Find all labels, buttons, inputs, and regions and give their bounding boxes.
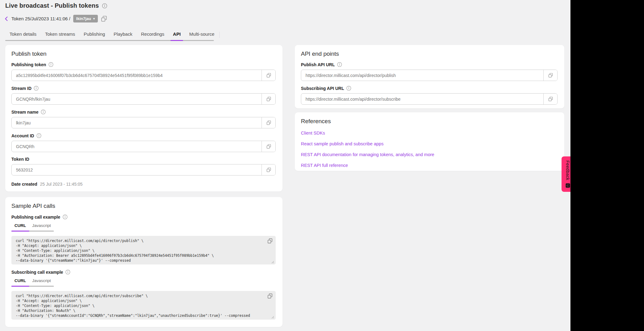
copy-account-id-button[interactable] xyxy=(262,141,275,152)
link-rest-api-documentation[interactable]: REST API documentation for managing toke… xyxy=(301,152,558,157)
stream-name-input[interactable] xyxy=(12,117,262,128)
feedback-smiley-icon xyxy=(566,183,570,188)
copy-token-id-button[interactable] xyxy=(262,164,275,175)
tab-token-streams[interactable]: Token streams xyxy=(41,30,80,41)
token-name-badge-label: lkin7jau xyxy=(76,16,91,21)
subscribing-code-tabs: CURL Javascript xyxy=(11,277,54,287)
copy-publishing-code-button[interactable] xyxy=(267,238,273,244)
account-id-label: Account ID xyxy=(11,133,34,138)
publishing-code-tabs: CURL Javascript xyxy=(11,222,54,232)
breadcrumb: Token 25/Jul/2023 11:41:06 / lkin7jau ▾ xyxy=(4,15,107,22)
tab-javascript[interactable]: Javascript xyxy=(29,222,54,232)
publishing-code-block: curl "https://director.millicast.com/api… xyxy=(11,236,276,264)
tab-recordings[interactable]: Recordings xyxy=(137,30,169,41)
account-id-input[interactable] xyxy=(12,141,262,152)
breadcrumb-label: Token 25/Jul/2023 11:41:06 / xyxy=(11,16,70,21)
stream-name-label: Stream name xyxy=(11,110,38,115)
publish-api-url-field: Publish API URL xyxy=(301,62,558,81)
sample-api-calls-card: Sample API calls Publishing call example… xyxy=(5,197,282,327)
info-icon[interactable] xyxy=(65,269,70,275)
info-icon[interactable] xyxy=(36,133,42,138)
token-id-label: Token ID xyxy=(11,157,29,162)
copy-publish-api-url-button[interactable] xyxy=(544,70,557,81)
copy-stream-name-button[interactable] xyxy=(262,117,275,128)
link-rest-api-full-reference[interactable]: REST API full reference xyxy=(301,163,558,168)
stream-id-label: Stream ID xyxy=(11,86,31,91)
subscribing-code-block: curl "https://director.millicast.com/api… xyxy=(11,291,276,320)
tab-multi-source[interactable]: Multi-source xyxy=(185,30,219,41)
page-header: Live broadcast - Publish tokens xyxy=(5,2,107,9)
account-id-field: Account ID xyxy=(11,133,276,152)
date-created-value: 25 Jul 2023 - 11:45:05 xyxy=(40,182,82,187)
date-created-label: Date created xyxy=(11,182,37,187)
stream-id-input[interactable] xyxy=(12,94,262,104)
token-id-field: Token ID xyxy=(11,157,276,176)
subscribing-api-url-label: Subscribing API URL xyxy=(301,86,344,91)
publishing-call-section: Publishing call example CURL Javascript … xyxy=(11,214,276,264)
date-created-row: Date created 25 Jul 2023 - 11:45:05 xyxy=(11,182,276,187)
copy-stream-id-button[interactable] xyxy=(262,94,275,104)
tab-api[interactable]: API xyxy=(169,30,185,41)
tab-bar: Token details Token streams Publishing P… xyxy=(5,30,220,40)
chevron-down-icon: ▾ xyxy=(93,17,95,20)
token-name-badge[interactable]: lkin7jau ▾ xyxy=(73,15,98,22)
page: Live broadcast - Publish tokens Token 25… xyxy=(0,0,644,331)
info-icon[interactable] xyxy=(62,214,68,220)
publishing-call-label: Publishing call example xyxy=(11,215,60,220)
publish-api-url-input[interactable] xyxy=(301,70,543,81)
tab-divider xyxy=(219,32,220,38)
sample-api-calls-title: Sample API calls xyxy=(11,203,276,209)
tab-javascript[interactable]: Javascript xyxy=(29,277,54,287)
tab-playback[interactable]: Playback xyxy=(109,30,137,41)
back-chevron-icon[interactable] xyxy=(4,16,9,22)
info-icon[interactable] xyxy=(48,62,54,67)
tab-curl[interactable]: CURL xyxy=(11,277,29,287)
subscribing-api-url-input[interactable] xyxy=(301,94,543,104)
copy-subscribing-api-url-button[interactable] xyxy=(544,94,557,104)
resize-handle-icon[interactable] xyxy=(271,261,274,264)
api-endpoints-title: API end points xyxy=(301,50,558,57)
stream-id-field: Stream ID xyxy=(11,86,276,105)
api-endpoints-card: API end points Publish API URL Subscribi… xyxy=(295,45,564,108)
publishing-token-input[interactable] xyxy=(12,70,262,81)
feedback-label: Feedback xyxy=(565,160,570,180)
publishing-code-textarea[interactable]: curl "https://director.millicast.com/api… xyxy=(11,236,276,264)
offscreen-black-region xyxy=(570,0,644,331)
copy-token-name-icon[interactable] xyxy=(101,15,107,22)
tab-curl[interactable]: CURL xyxy=(11,222,29,232)
link-react-sample-apps[interactable]: React sample publish and subscribe apps xyxy=(301,141,558,146)
publish-token-card: Publish token Publishing token Stream ID xyxy=(5,45,282,192)
subscribing-code-textarea[interactable]: curl "https://director.millicast.com/api… xyxy=(11,291,276,320)
info-icon[interactable] xyxy=(41,109,46,115)
page-title: Live broadcast - Publish tokens xyxy=(5,2,99,9)
copy-publishing-token-button[interactable] xyxy=(262,70,275,81)
tab-token-details[interactable]: Token details xyxy=(5,30,41,41)
resize-handle-icon[interactable] xyxy=(271,316,274,319)
info-icon[interactable] xyxy=(337,62,342,67)
publishing-token-label: Publishing token xyxy=(11,62,46,67)
subscribing-api-url-field: Subscribing API URL xyxy=(301,86,558,105)
tab-publishing[interactable]: Publishing xyxy=(79,30,109,41)
info-icon[interactable] xyxy=(346,86,351,91)
publish-api-url-label: Publish API URL xyxy=(301,62,335,67)
references-title: References xyxy=(301,118,558,125)
stream-name-field: Stream name xyxy=(11,109,276,128)
info-icon[interactable] xyxy=(102,3,107,9)
subscribing-call-label: Subscribing call example xyxy=(11,270,63,275)
publishing-token-field: Publishing token xyxy=(11,62,276,81)
references-card: References Client SDKs React sample publ… xyxy=(295,112,564,171)
link-client-sdks[interactable]: Client SDKs xyxy=(301,131,558,135)
token-id-input[interactable] xyxy=(12,164,262,175)
copy-subscribing-code-button[interactable] xyxy=(267,293,273,299)
publish-token-title: Publish token xyxy=(11,50,276,57)
subscribing-call-section: Subscribing call example CURL Javascript… xyxy=(11,269,276,320)
info-icon[interactable] xyxy=(34,86,39,91)
